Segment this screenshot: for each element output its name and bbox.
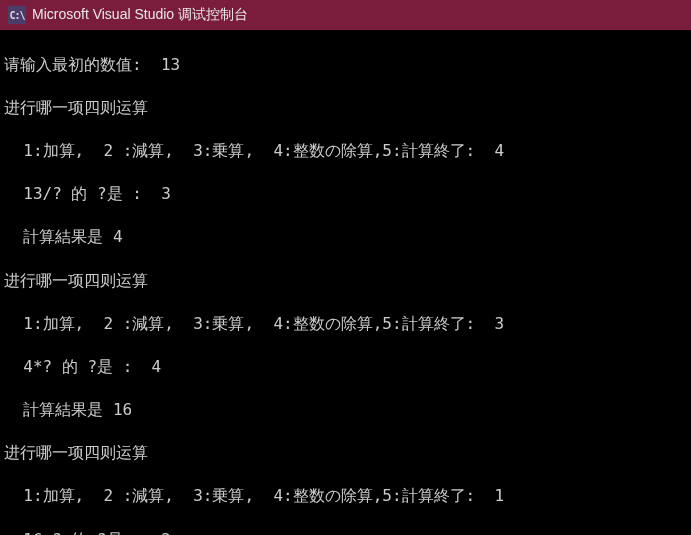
terminal-line: 请输入最初的数值: 13 <box>4 54 687 76</box>
terminal-line: 4*? 的 ?是 : 4 <box>4 356 687 378</box>
app-icon: C:\ <box>8 6 26 24</box>
terminal-line: 計算結果是 4 <box>4 226 687 248</box>
terminal-line: 进行哪一项四则运算 <box>4 442 687 464</box>
titlebar[interactable]: C:\ Microsoft Visual Studio 调试控制台 <box>0 0 691 30</box>
terminal-line: 1:加算, 2 :減算, 3:乗算, 4:整数の除算,5:計算終了: 4 <box>4 140 687 162</box>
terminal-line: 1:加算, 2 :減算, 3:乗算, 4:整数の除算,5:計算終了: 1 <box>4 485 687 507</box>
terminal-line: 进行哪一项四则运算 <box>4 270 687 292</box>
terminal-line: 16+? 的 ?是 : 2 <box>4 529 687 535</box>
terminal-line: 进行哪一项四则运算 <box>4 97 687 119</box>
terminal-line: 13/? 的 ?是 : 3 <box>4 183 687 205</box>
terminal-line: 1:加算, 2 :減算, 3:乗算, 4:整数の除算,5:計算終了: 3 <box>4 313 687 335</box>
window-title: Microsoft Visual Studio 调试控制台 <box>32 6 248 24</box>
terminal-line: 計算結果是 16 <box>4 399 687 421</box>
terminal-output: 请输入最初的数值: 13 进行哪一项四则运算 1:加算, 2 :減算, 3:乗算… <box>0 30 691 535</box>
